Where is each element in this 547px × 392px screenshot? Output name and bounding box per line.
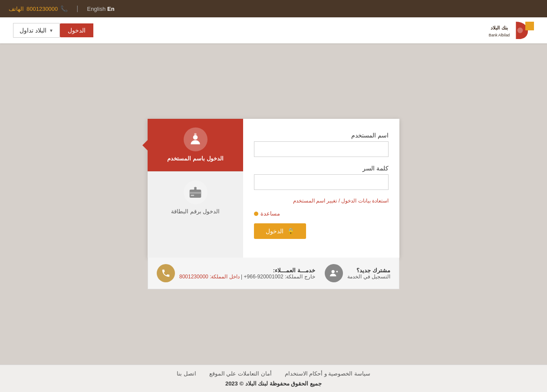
footer-link-security[interactable]: أمان التعاملات علي الموقع [209,370,272,377]
footer-link-privacy[interactable]: سياسة الخصوصية و أحكام الاستخدام [285,370,370,377]
svg-rect-9 [194,188,196,190]
username-group: اسم المستخدم [254,132,389,157]
nav-actions: الدخول ▼ البلاد تداول [13,23,93,38]
phone-label: الهاتف [9,6,24,12]
svg-rect-0 [525,22,534,30]
local-label: داخل المملكة: [210,274,240,280]
login-bottom-bar: مشترك جديد؟ التسجيل في الخدمة خدمـــة ال… [148,258,399,289]
footer-links: سياسة الخصوصية و أحكام الاستخدام أمان ال… [9,370,538,377]
help-container: مساعدة [254,210,389,217]
username-label: اسم المستخدم [254,132,389,139]
new-subscriber-text: مشترك جديد؟ التسجيل في الخدمة [347,267,390,280]
recover-link[interactable]: استعادة بيانات الدخول / تغيير اسم المستخ… [293,198,389,204]
customer-service-text: خدمـــة العمـــلاء: خارج المملكة: +966-9… [179,267,315,280]
nav-login-button[interactable]: الدخول [60,23,93,37]
phone-icon-circle [157,264,175,282]
main-content: الدخول باسم المستخدم الدخول برقم البطاقة [0,43,547,365]
password-group: كلمة السر [254,165,389,190]
lang-text: English [87,6,105,12]
submit-login-button[interactable]: 🔒 الدخول [254,223,306,239]
username-login-tab[interactable]: الدخول باسم المستخدم [148,119,243,171]
card-login-tab[interactable]: الدخول برقم البطاقة [148,172,243,224]
user-icon [184,127,208,151]
card-icon [184,180,208,204]
svg-rect-8 [191,195,194,196]
svg-point-4 [193,135,198,140]
nav-bar: بنك البلاد Bank Albilad الدخول ▼ البلاد … [0,17,547,43]
separator: | [240,274,242,280]
card-tab-label: الدخول برقم البطاقة [171,208,220,216]
username-tab-label: الدخول باسم المستخدم [167,155,223,163]
new-subscriber-title: مشترك جديد؟ [347,267,390,274]
help-dot-icon [254,212,258,216]
svg-text:Bank Albilad: Bank Albilad [489,33,510,37]
password-label: كلمة السر [254,165,389,172]
login-options-panel: الدخول باسم المستخدم الدخول برقم البطاقة [148,119,243,258]
chevron-down-icon: ▼ [49,28,53,33]
intl-label: خارج المملكة: [285,274,315,280]
customer-service-numbers: خارج المملكة: +966-920001002 | داخل المم… [179,274,315,280]
login-card: الدخول باسم المستخدم الدخول برقم البطاقة [148,119,399,258]
logo: بنك البلاد Bank Albilad [465,20,534,41]
customer-service-title: خدمـــة العمـــلاء: [179,267,315,274]
footer: سياسة الخصوصية و أحكام الاستخدام أمان ال… [0,365,547,392]
login-card-wrapper: الدخول باسم المستخدم الدخول برقم البطاقة [148,119,399,289]
intl-number: +966-920001002 [244,274,283,280]
svg-rect-7 [190,192,201,193]
divider: | [76,5,78,13]
footer-link-contact[interactable]: اتصل بنا [177,370,196,377]
customer-service-section: خدمـــة العمـــلاء: خارج المملكة: +966-9… [157,264,315,282]
nav-trading-button[interactable]: ▼ البلاد تداول [13,23,60,38]
svg-text:بنك البلاد: بنك البلاد [491,25,507,30]
new-subscriber-section: مشترك جديد؟ التسجيل في الخدمة [325,264,390,282]
phone-number: الهاتف 8001230000 📞 [9,5,68,12]
language-selector[interactable]: English En [87,6,114,12]
lang-code: En [107,6,115,12]
password-input[interactable] [254,174,389,190]
login-form-panel: اسم المستخدم كلمة السر استعادة بيانات ال… [243,119,399,258]
svg-point-1 [517,28,523,33]
lock-icon: 🔒 [287,228,294,235]
phone-number-value: 8001230000 [26,6,58,12]
recover-link-container: استعادة بيانات الدخول / تغيير اسم المستخ… [254,198,389,204]
new-subscriber-subtitle: التسجيل في الخدمة [347,274,390,280]
top-bar: English En | الهاتف 8001230000 📞 [0,0,547,17]
svg-point-10 [332,270,335,273]
phone-icon: 📞 [60,5,68,12]
footer-copyright: جميع الحقوق محفوظة لبنك البلاد © 2023 [9,380,538,387]
add-user-icon-circle[interactable] [325,264,343,282]
local-number: 8001230000 [179,274,208,280]
svg-rect-6 [190,189,201,198]
svg-rect-5 [194,133,196,135]
username-input[interactable] [254,141,389,157]
help-link[interactable]: مساعدة [260,210,280,217]
bank-albilad-logo: بنك البلاد Bank Albilad [465,20,534,41]
